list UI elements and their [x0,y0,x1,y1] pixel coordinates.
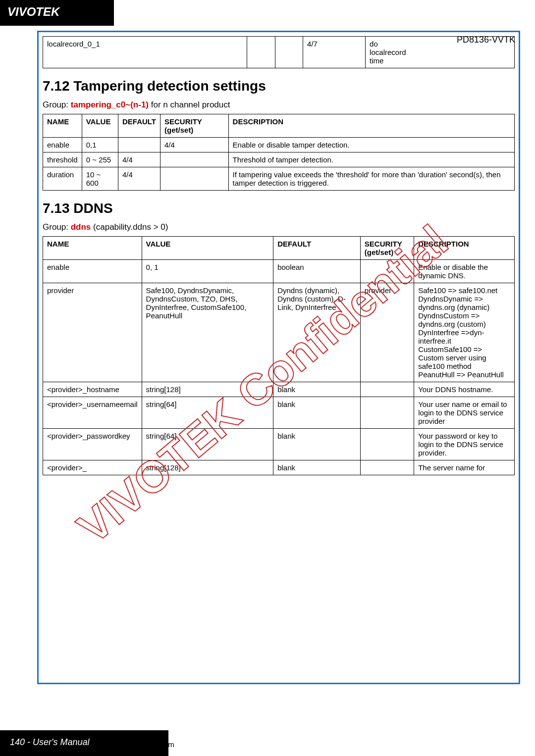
th: VALUE [82,114,118,138]
cell: 0, 1 [142,260,273,283]
cell: enable [43,138,82,152]
cell: string[128] [142,460,273,475]
cell: 4/7 [303,37,366,68]
cell: If tampering value exceeds the 'threshol… [228,167,514,191]
table-row: provider Safe100, DyndnsDynamic, DyndnsC… [43,283,515,382]
cell: Your user name or email to login to the … [414,397,515,429]
table-row: localrecord_0_1 4/7 do localrecord time [43,37,515,68]
section-title: DDNS [73,201,112,216]
th: SECURITY (get/set) [360,237,414,260]
cell [247,37,275,68]
section-heading: 7.12 Tampering detection settings [43,78,515,94]
table-row: <provider>_hostname string[128] blank Yo… [43,382,515,397]
cell: 10 ~ 600 [82,167,118,191]
cell: <provider>_passwordkey [43,429,142,460]
th: DEFAULT [273,237,361,260]
th: NAME [43,237,142,260]
tampering-table: NAME VALUE DEFAULT SECURITY (get/set) DE… [43,114,515,191]
cell: The server name for [414,460,515,475]
cell: provider [43,283,142,382]
group-value: ddns [71,222,91,232]
cell: duration [43,167,82,191]
cell [275,37,303,68]
cell [160,167,229,191]
cell: Safe100 => safe100.net DyndnsDynamic => … [414,283,515,382]
table-row: threshold 0 ~ 255 4/4 Threshold of tampe… [43,152,515,167]
brand-text: VIVOTEK [7,5,59,18]
section-title: Tampering detection settings [73,78,266,94]
table-header-row: NAME VALUE DEFAULT SECURITY (get/set) DE… [43,114,515,138]
cell [360,397,414,429]
cell: enable [43,260,142,283]
th: DESCRIPTION [228,114,514,138]
cell: blank [273,460,361,475]
cell: 4/4 [118,152,160,167]
th: DESCRIPTION [414,237,515,260]
cell: blank [273,397,361,429]
table-row: <provider>_usernameemail string[64] blan… [43,397,515,429]
cell: 0 ~ 255 [82,152,118,167]
cell: <provider>_usernameemail [43,397,142,429]
cell: <provider>_ [43,460,142,475]
intro-table: localrecord_0_1 4/7 do localrecord time [43,36,515,68]
cell: Enable or disable tamper detection. [228,138,514,152]
cell [360,429,414,460]
footer-url: 3w.vivotek.com [124,740,174,749]
group-line: Group: ddns (capability.ddns > 0) [43,222,515,232]
text: (capability.ddns > 0) [93,222,168,232]
cell: 4/4 [118,167,160,191]
ddns-table: NAME VALUE DEFAULT SECURITY (get/set) DE… [43,236,515,475]
cell: string[64] [142,397,273,429]
table-row: <provider>_passwordkey string[64] blank … [43,429,515,460]
table-row: <provider>_ string[128] blank The server… [43,460,515,475]
cell: boolean [273,260,361,283]
text: localrecord [370,48,510,56]
cell: string[128] [142,382,273,397]
table-row: enable 0,1 4/4 Enable or disable tamper … [43,138,515,152]
cell [360,382,414,397]
table-header-row: NAME VALUE DEFAULT SECURITY (get/set) DE… [43,237,515,260]
cell: Your password or key to login to the DDN… [414,429,515,460]
th: NAME [43,114,82,138]
cell [160,152,229,167]
cell: Your DDNS hostname. [414,382,515,397]
cell: string[64] [142,429,273,460]
cell: 4/4 [160,138,229,152]
text: for n channel product [151,100,230,109]
table-row: enable 0, 1 boolean Enable or disable th… [43,260,515,283]
group-value: tampering_c0~(n-1) [71,100,149,109]
model-label: PD8136-VVTK [457,35,515,45]
cell: <provider>_hostname [43,382,142,397]
th: SECURITY (get/set) [160,114,229,138]
section-number: 7.12 [43,78,70,94]
cell [360,260,414,283]
text: Group: [43,222,68,232]
cell: provider [360,283,414,382]
cell: blank [273,382,361,397]
cell: Enable or disable the dynamic DNS. [414,260,515,283]
cell [118,138,160,152]
th: VALUE [142,237,273,260]
cell [360,460,414,475]
section-heading: 7.13 DDNS [43,201,515,216]
text: time [370,56,510,65]
group-line: Group: tampering_c0~(n-1) for n channel … [43,100,515,110]
cell: threshold [43,152,82,167]
page-number: 140 - User's Manual [10,737,90,747]
cell: Threshold of tamper detection. [228,152,514,167]
section-number: 7.13 [43,201,70,216]
cell: Dyndns (dynamic), Dyndns (custom), D-Lin… [273,283,361,382]
cell: Safe100, DyndnsDynamic, DyndnsCustom, TZ… [142,283,273,382]
text: Group: [43,100,68,109]
table-row: duration 10 ~ 600 4/4 If tampering value… [43,167,515,191]
content-frame: localrecord_0_1 4/7 do localrecord time … [37,31,520,684]
th: DEFAULT [118,114,160,138]
cell: blank [273,429,361,460]
brand-header: VIVOTEK [0,0,114,26]
cell: 0,1 [82,138,118,152]
cell: localrecord_0_1 [43,37,247,68]
